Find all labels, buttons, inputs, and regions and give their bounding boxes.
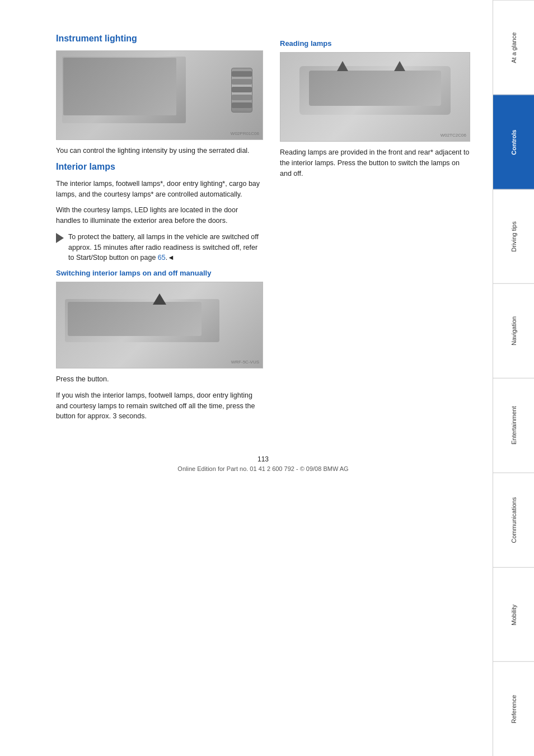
image-badge-3: WRF-5C-VUS	[231, 360, 259, 365]
switching-body1: Press the button.	[56, 374, 263, 385]
note-text: To protect the battery, all lamps in the…	[68, 232, 263, 263]
sidebar: At a glance Controls Driving tips Naviga…	[493, 0, 534, 756]
top-two-col: Instrument lighting W02PR01C06	[56, 34, 470, 427]
arrow-up-icon	[153, 293, 166, 305]
instrument-lighting-image: W02PR01C06	[56, 50, 263, 140]
interior-lamps-body2: With the courtesy lamps, LED lights are …	[56, 205, 263, 226]
arrow-left-up-icon	[337, 61, 348, 71]
note-page-link[interactable]: 65	[158, 254, 166, 262]
footer-text: Online Edition for Part no. 01 41 2 600 …	[177, 465, 348, 472]
instrument-lighting-title: Instrument lighting	[56, 34, 263, 44]
sidebar-tab-reference[interactable]: Reference	[493, 661, 534, 756]
dial-decoration	[231, 68, 252, 113]
sidebar-tab-at-a-glance[interactable]: At a glance	[493, 0, 534, 95]
switching-interior-title: Switching interior lamps on and off manu…	[56, 269, 263, 277]
switching-body2: If you wish the interior lamps, footwell…	[56, 390, 263, 422]
reading-lamps-section: Reading lamps W02TC2C06 Reading lamps ar…	[280, 39, 470, 179]
interior-lamps-image: WRF-5C-VUS	[56, 282, 263, 368]
sidebar-tab-driving-tips[interactable]: Driving tips	[493, 189, 534, 284]
sidebar-tab-mobility[interactable]: Mobility	[493, 567, 534, 662]
reading-lamps-image: W02TC2C06	[280, 52, 470, 142]
sidebar-tab-entertainment[interactable]: Entertainment	[493, 378, 534, 473]
image-badge-1: W02PR01C06	[231, 131, 259, 136]
instrument-lighting-body: You can control the lighting intensity b…	[56, 146, 263, 156]
image-badge-2: W02TC2C06	[441, 133, 466, 138]
sidebar-tab-controls[interactable]: Controls	[493, 95, 534, 189]
note-box: To protect the battery, all lamps in the…	[56, 232, 263, 263]
interior-lamps-title: Interior lamps	[56, 162, 263, 172]
main-content: Instrument lighting W02PR01C06	[0, 0, 493, 756]
sidebar-tab-communications[interactable]: Communications	[493, 473, 534, 567]
right-column: Reading lamps W02TC2C06 Reading lamps ar…	[280, 34, 470, 427]
note-triangle-icon	[56, 233, 64, 243]
interior-lamps-section: Interior lamps The interior lamps, footw…	[56, 162, 263, 422]
reading-lamps-body: Reading lamps are provided in the front …	[280, 147, 470, 179]
instrument-lighting-section: Instrument lighting W02PR01C06	[56, 34, 263, 156]
reading-lamps-title: Reading lamps	[280, 39, 470, 48]
page-number: 113	[56, 455, 470, 463]
left-column: Instrument lighting W02PR01C06	[56, 34, 263, 427]
page-footer: 113 Online Edition for Part no. 01 41 2 …	[56, 450, 470, 472]
arrow-right-up-icon	[394, 61, 405, 71]
sidebar-tab-navigation[interactable]: Navigation	[493, 283, 534, 378]
interior-lamps-body1: The interior lamps, footwell lamps*, doo…	[56, 179, 263, 200]
